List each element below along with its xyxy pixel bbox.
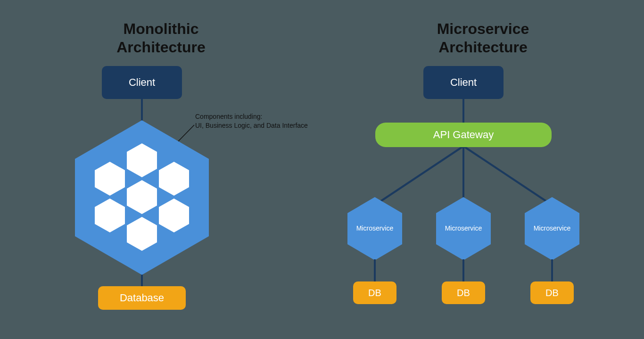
svg-marker-8	[127, 217, 157, 251]
microservice-db-box-2: DB	[442, 281, 485, 304]
microservice-hex-label-2: Microservice	[440, 224, 487, 232]
monolithic-client-box: Client	[102, 66, 182, 99]
title-line-1: Microservice	[437, 20, 529, 37]
db-label: DB	[545, 288, 559, 298]
client-label: Client	[450, 76, 477, 89]
svg-line-2	[172, 125, 194, 148]
svg-marker-4	[127, 180, 157, 214]
microservice-hex-label-1: Microservice	[351, 224, 398, 232]
svg-marker-10	[95, 162, 125, 196]
microservice-client-box: Client	[423, 66, 504, 99]
monolithic-database-box: Database	[98, 286, 186, 310]
components-annotation: Components including: UI, Business Logic…	[195, 112, 308, 130]
svg-line-12	[375, 146, 463, 205]
microservice-hex-label-3: Microservice	[528, 224, 576, 232]
svg-marker-5	[127, 143, 157, 177]
svg-marker-3	[75, 120, 209, 275]
monolithic-diagram: Monolithic Architecture Client Component…	[0, 0, 322, 339]
title-line-1: Monolithic	[124, 20, 199, 37]
title-line-2: Architecture	[116, 39, 206, 56]
microservice-db-box-3: DB	[530, 281, 574, 304]
monolithic-title: Monolithic Architecture	[0, 20, 322, 57]
db-label: DB	[368, 288, 381, 298]
api-gateway-box: API Gateway	[375, 123, 552, 147]
svg-marker-9	[95, 198, 125, 232]
annotation-line-1: Components including:	[195, 113, 262, 120]
svg-line-14	[463, 146, 552, 205]
gateway-label: API Gateway	[433, 129, 494, 141]
microservice-title: Microservice Architecture	[322, 20, 644, 57]
microservice-db-box-1: DB	[353, 281, 396, 304]
svg-marker-7	[159, 198, 189, 232]
svg-marker-6	[159, 162, 189, 196]
annotation-line-2: UI, Business Logic, and Data Interface	[195, 122, 308, 129]
client-label: Client	[129, 76, 155, 89]
title-line-2: Architecture	[438, 39, 528, 56]
database-label: Database	[120, 292, 164, 304]
microservice-diagram: Microservice Architecture Client API Gat…	[322, 0, 644, 339]
db-label: DB	[457, 288, 470, 298]
